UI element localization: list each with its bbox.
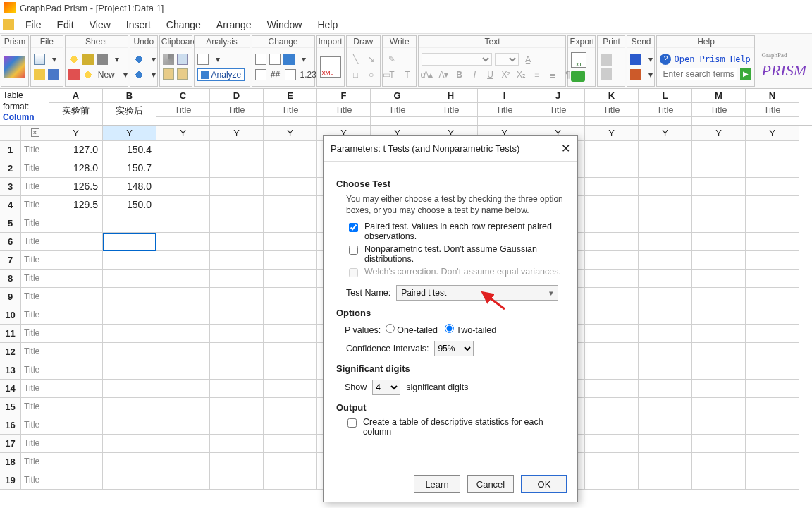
cell-N-1[interactable]	[746, 141, 799, 159]
save-file-icon[interactable]	[48, 69, 59, 80]
cell-C-10[interactable]	[156, 306, 210, 325]
cell-N-11[interactable]	[746, 325, 799, 343]
new-sheet-icon[interactable]	[82, 69, 94, 80]
cell-M-18[interactable]	[692, 453, 746, 471]
send-ppt-icon[interactable]	[630, 69, 641, 80]
cell-D-14[interactable]	[210, 380, 264, 398]
change-icon3[interactable]	[283, 54, 295, 65]
cell-D-7[interactable]	[210, 251, 264, 270]
cell-E-17[interactable]	[264, 435, 317, 453]
cell-A-3[interactable]: 126.5	[49, 178, 103, 196]
cell-E-9[interactable]	[264, 288, 317, 306]
cell-A-9[interactable]	[49, 288, 103, 306]
column-title[interactable]: Title	[746, 103, 799, 117]
column-header-H[interactable]: HTitle	[424, 89, 478, 125]
cell-E-5[interactable]	[264, 214, 317, 233]
delete-icon[interactable]	[68, 69, 80, 80]
cell-C-12[interactable]	[156, 343, 210, 361]
sheet-drop[interactable]: ▾	[111, 53, 123, 66]
cell-D-10[interactable]	[210, 306, 264, 325]
cell-N-17[interactable]	[746, 435, 799, 453]
cell-A-4[interactable]: 129.5	[49, 196, 103, 214]
highlight-icon[interactable]	[68, 54, 80, 65]
column-header-F[interactable]: FTitle	[317, 89, 371, 125]
column-header-L[interactable]: LTitle	[639, 89, 692, 125]
cell-L-15[interactable]	[639, 398, 692, 416]
cell-C-3[interactable]	[156, 178, 210, 196]
column-header-M[interactable]: MTitle	[692, 89, 746, 125]
row-title[interactable]: Title	[21, 361, 49, 380]
new-file-icon[interactable]	[34, 54, 45, 65]
row-number[interactable]: 9	[0, 288, 21, 306]
link-icon[interactable]	[97, 54, 108, 65]
new-file-drop[interactable]: ▾	[48, 53, 61, 66]
menu-window[interactable]: Window	[260, 18, 309, 32]
undo-drop[interactable]: ▾	[147, 53, 160, 66]
cell-N-7[interactable]	[746, 251, 799, 270]
cell-C-5[interactable]	[156, 214, 210, 233]
cell-M-9[interactable]	[692, 288, 746, 306]
cell-B-14[interactable]	[103, 380, 156, 398]
cell-D-13[interactable]	[210, 361, 264, 380]
analysis-drop[interactable]: ▾	[211, 53, 224, 66]
cell-N-13[interactable]	[746, 361, 799, 380]
change-icon1[interactable]	[255, 54, 266, 65]
cell-C-15[interactable]	[156, 398, 210, 416]
cell-B-18[interactable]	[103, 453, 156, 471]
change-drop1[interactable]: ▾	[297, 53, 310, 66]
row-number[interactable]: 4	[0, 196, 21, 214]
row-number[interactable]: 8	[0, 270, 21, 288]
cell-N-12[interactable]	[746, 343, 799, 361]
cell-A-17[interactable]	[49, 435, 103, 453]
cell-E-1[interactable]	[264, 141, 317, 159]
close-x-icon[interactable]: ×	[31, 128, 39, 137]
cell-C-11[interactable]	[156, 325, 210, 343]
export-txt-icon[interactable]: TXT	[571, 52, 586, 68]
cancel-button[interactable]: Cancel	[467, 475, 514, 493]
cell-D-17[interactable]	[210, 435, 264, 453]
cell-C-4[interactable]	[156, 196, 210, 214]
cell-L-14[interactable]	[639, 380, 692, 398]
cell-M-10[interactable]	[692, 306, 746, 325]
column-title[interactable]: Title	[478, 103, 531, 117]
column-header-A[interactable]: A实验前	[49, 89, 103, 125]
two-tailed-radio-row[interactable]: Two-tailed	[445, 325, 496, 335]
cell-N-5[interactable]	[746, 214, 799, 233]
output-checkbox-row[interactable]: Create a table of descriptive statistics…	[345, 417, 565, 437]
test-name-dropdown[interactable]: Paired t test	[396, 285, 558, 301]
column-header-J[interactable]: JTitle	[531, 89, 585, 125]
menu-arrange[interactable]: Arrange	[209, 18, 259, 32]
cell-A-19[interactable]	[49, 471, 103, 490]
y-header-B[interactable]: Y	[103, 126, 156, 141]
cell-L-1[interactable]	[639, 141, 692, 159]
cell-K-5[interactable]	[585, 214, 639, 233]
column-title[interactable]: 实验后	[103, 103, 156, 119]
menu-file[interactable]: File	[18, 18, 49, 32]
cut-icon[interactable]	[163, 54, 174, 65]
cell-N-18[interactable]	[746, 453, 799, 471]
cell-M-2[interactable]	[692, 159, 746, 178]
row-number[interactable]: 17	[0, 435, 21, 453]
cell-B-4[interactable]: 150.0	[103, 196, 156, 214]
row-title[interactable]: Title	[21, 251, 49, 270]
cell-K-1[interactable]	[585, 141, 639, 159]
row-title[interactable]: Title	[21, 306, 49, 325]
cell-K-14[interactable]	[585, 380, 639, 398]
cell-N-14[interactable]	[746, 380, 799, 398]
cell-K-11[interactable]	[585, 325, 639, 343]
cell-B-3[interactable]: 148.0	[103, 178, 156, 196]
copy-icon[interactable]	[177, 54, 188, 65]
cell-M-15[interactable]	[692, 398, 746, 416]
cell-A-18[interactable]	[49, 453, 103, 471]
row-title[interactable]: Title	[21, 214, 49, 233]
column-header-I[interactable]: ITitle	[478, 89, 531, 125]
column-title[interactable]: Title	[424, 103, 477, 117]
cell-A-14[interactable]	[49, 380, 103, 398]
row-title[interactable]: Title	[21, 141, 49, 159]
send-word-icon[interactable]	[630, 54, 641, 65]
cell-D-5[interactable]	[210, 214, 264, 233]
cell-D-1[interactable]	[210, 141, 264, 159]
help-icon[interactable]: ?	[660, 54, 671, 65]
row-title[interactable]: Title	[21, 398, 49, 416]
redo-drop[interactable]: ▾	[147, 68, 160, 81]
